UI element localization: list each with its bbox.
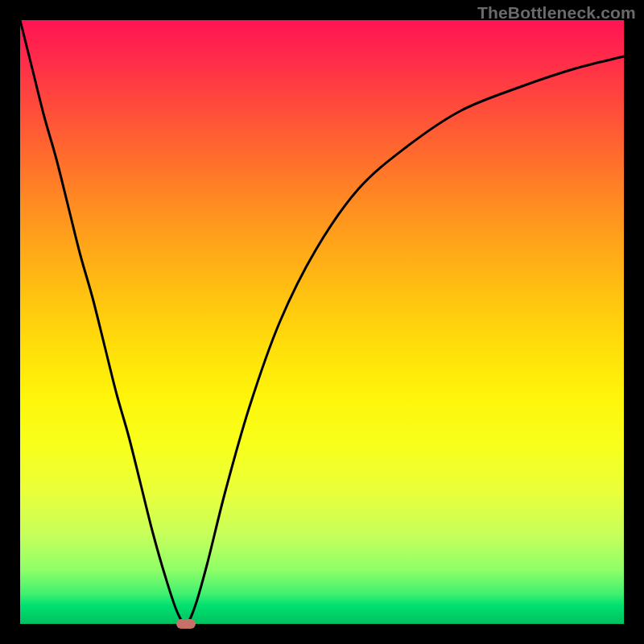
bottleneck-curve bbox=[20, 20, 624, 624]
optimum-marker bbox=[176, 619, 196, 629]
chart-frame: TheBottleneck.com bbox=[0, 0, 644, 644]
watermark-text: TheBottleneck.com bbox=[477, 3, 636, 23]
curve-layer bbox=[20, 20, 624, 624]
plot-area bbox=[20, 20, 624, 624]
